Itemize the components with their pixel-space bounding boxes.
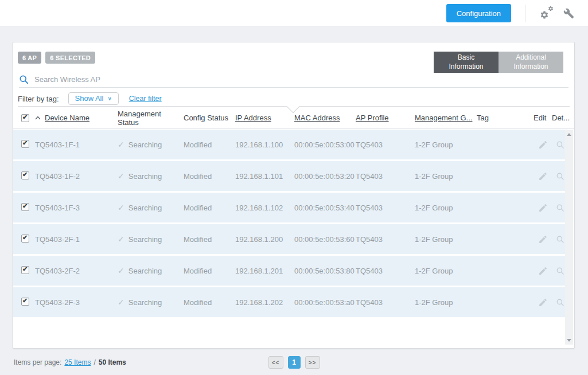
device-name-cell: TQ5403-2F-2	[35, 267, 118, 275]
management-group-cell: 1-2F Group	[415, 235, 477, 244]
table-row: TQ5403-2F-2 ✓ Searching Modified 192.168…	[13, 256, 568, 286]
page-1-button[interactable]: 1	[288, 356, 301, 369]
next-page-button[interactable]: >>	[305, 356, 320, 369]
row-checkbox[interactable]	[21, 203, 29, 211]
vertical-scrollbar[interactable]	[565, 130, 573, 345]
status-check-icon: ✓	[118, 171, 124, 181]
management-status-cell: ✓ Searching	[118, 203, 184, 212]
table-row: TQ5403-2F-3 ✓ Searching Modified 192.168…	[13, 287, 568, 317]
clear-filter-link[interactable]: Clear filter	[129, 95, 162, 103]
row-checkbox[interactable]	[21, 235, 29, 243]
management-status-cell: ✓ Searching	[118, 171, 184, 181]
configuration-button[interactable]: Configuration	[446, 4, 511, 22]
edit-button[interactable]	[534, 298, 552, 307]
pencil-icon	[538, 171, 548, 181]
column-ip-address[interactable]: IP Address	[235, 114, 294, 122]
select-all-checkbox[interactable]	[21, 114, 29, 122]
column-details: Det...	[552, 114, 568, 122]
status-check-icon: ✓	[118, 298, 124, 307]
management-status-cell: ✓ Searching	[118, 298, 184, 307]
column-mac-address[interactable]: MAC Address	[294, 114, 356, 122]
chevron-down-icon: ∨	[107, 95, 111, 101]
ap-profile-cell: TQ5403	[356, 204, 415, 212]
ip-address-cell: 192.168.1.100	[235, 140, 294, 149]
scroll-up-icon[interactable]	[567, 133, 571, 136]
count-badges: 6 AP 6 SELECTED	[18, 52, 95, 64]
edit-button[interactable]	[534, 203, 552, 213]
table-row: TQ5403-1F-1 ✓ Searching Modified 192.168…	[13, 130, 568, 159]
search-bar	[19, 71, 568, 88]
mac-address-cell: 00:00:5e:00:53:40	[294, 204, 356, 212]
settings-button[interactable]	[539, 6, 555, 21]
column-ap-profile[interactable]: AP Profile	[356, 114, 415, 122]
edit-button[interactable]	[534, 171, 552, 181]
ip-address-cell: 192.168.1.201	[235, 267, 294, 275]
management-group-cell: 1-2F Group	[415, 204, 477, 212]
row-checkbox[interactable]	[21, 140, 29, 148]
tools-button[interactable]	[560, 6, 577, 21]
previous-page-button[interactable]: <<	[268, 356, 283, 369]
pencil-icon	[538, 266, 548, 276]
ap-profile-cell: TQ5403	[356, 140, 415, 149]
ap-profile-cell: TQ5403	[356, 235, 415, 244]
management-status-cell: ✓ Searching	[118, 266, 184, 275]
table-row: TQ5403-1F-3 ✓ Searching Modified 192.168…	[13, 193, 568, 222]
device-name-cell: TQ5403-1F-1	[35, 140, 118, 149]
topbar-divider	[525, 5, 525, 22]
ap-profile-cell: TQ5403	[356, 298, 415, 307]
status-check-icon: ✓	[118, 140, 124, 149]
tag-filter-value: Show All	[75, 94, 104, 103]
device-name-cell: TQ5403-1F-3	[35, 204, 118, 212]
search-input[interactable]	[34, 75, 568, 84]
status-check-icon: ✓	[118, 203, 124, 212]
management-group-cell: 1-2F Group	[415, 140, 477, 149]
mac-address-cell: 00:00:5e:00:53:60	[294, 235, 356, 244]
magnifier-icon	[556, 267, 564, 275]
wireless-ap-panel: 6 AP 6 SELECTED Basic Information Additi…	[13, 42, 575, 349]
status-check-icon: ✓	[118, 235, 124, 244]
device-name-cell: TQ5403-2F-3	[35, 298, 118, 307]
config-status-cell: Modified	[184, 140, 235, 149]
mac-address-cell: 00:00:5e:00:53:80	[294, 267, 356, 275]
scroll-down-icon[interactable]	[567, 339, 571, 342]
tag-filter-dropdown[interactable]: Show All ∨	[68, 92, 119, 105]
mac-address-cell: 00:00:5e:00:53:00	[294, 140, 356, 149]
row-checkbox[interactable]	[21, 171, 29, 179]
column-device-name[interactable]: Device Name	[35, 114, 118, 122]
row-checkbox[interactable]	[21, 298, 29, 306]
sort-ascending-icon	[35, 116, 41, 120]
status-check-icon: ✓	[118, 266, 124, 275]
magnifier-icon	[556, 298, 564, 307]
filter-by-tag-label: Filter by tag:	[18, 95, 59, 103]
search-icon	[19, 75, 29, 84]
edit-button[interactable]	[534, 235, 552, 244]
column-config-status: Config Status	[184, 114, 235, 122]
magnifier-icon	[556, 235, 564, 244]
tab-additional-information[interactable]: Additional Information	[499, 52, 563, 73]
pencil-icon	[538, 235, 548, 244]
select-all-cell	[18, 114, 35, 122]
pencil-icon	[538, 298, 548, 307]
topbar: Configuration	[0, 0, 588, 26]
ap-profile-cell: TQ5403	[356, 172, 415, 181]
config-status-cell: Modified	[184, 235, 235, 244]
table-row: TQ5403-2F-1 ✓ Searching Modified 192.168…	[13, 224, 568, 254]
table-body: TQ5403-1F-1 ✓ Searching Modified 192.168…	[13, 130, 574, 347]
config-status-cell: Modified	[184, 267, 235, 275]
footer: Items per page: 25 Items / 50 Items << 1…	[0, 349, 588, 375]
column-edit: Edit	[534, 114, 552, 122]
gears-icon	[540, 7, 554, 19]
pencil-icon	[538, 140, 548, 150]
management-group-cell: 1-2F Group	[415, 172, 477, 181]
tab-basic-information[interactable]: Basic Information	[434, 52, 499, 73]
row-checkbox[interactable]	[21, 266, 29, 274]
column-management-group[interactable]: Management G...	[415, 114, 477, 122]
management-group-cell: 1-2F Group	[415, 267, 477, 275]
mac-address-cell: 00:00:5e:00:53:20	[294, 172, 356, 181]
ip-address-cell: 192.168.1.200	[235, 235, 294, 244]
edit-button[interactable]	[534, 140, 552, 150]
wrench-icon	[563, 8, 574, 19]
pagination: << 1 >>	[0, 356, 588, 369]
edit-button[interactable]	[534, 266, 552, 276]
device-name-cell: TQ5403-2F-1	[35, 235, 118, 244]
